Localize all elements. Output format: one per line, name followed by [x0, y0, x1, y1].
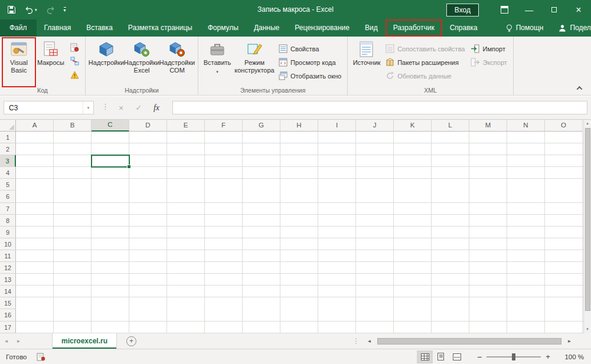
save-button[interactable] [7, 5, 16, 14]
column-header[interactable]: C [92, 120, 129, 132]
undo-button[interactable]: ▾ [25, 6, 37, 14]
ribbon-tab[interactable]: Данные [246, 19, 287, 37]
column-header[interactable]: M [469, 120, 507, 132]
export-button[interactable]: Экспорт [468, 55, 510, 69]
ribbon-tab[interactable]: Вставка [79, 19, 120, 37]
xml-source-button[interactable]: Источник [351, 38, 383, 86]
tab-help-assistant[interactable]: Помощн [498, 19, 551, 37]
row-header[interactable]: 9 [0, 227, 16, 238]
enter-entry-button[interactable]: ✓ [131, 101, 146, 114]
row-header[interactable]: 14 [0, 286, 16, 297]
page-break-view-button[interactable] [449, 350, 465, 363]
zoom-in-button[interactable]: + [543, 352, 553, 361]
customize-qat-button[interactable]: ▾ [64, 7, 66, 13]
normal-view-button[interactable] [417, 350, 433, 363]
formula-bar-splitter[interactable]: ⋮ [102, 102, 109, 111]
collapse-ribbon-button[interactable] [573, 84, 585, 92]
column-header[interactable]: J [356, 120, 394, 132]
ribbon-tab[interactable]: Главная [37, 19, 79, 37]
sheet-nav-right-button[interactable]: ► [12, 333, 25, 349]
ribbon-tab[interactable]: Файл [0, 19, 37, 37]
select-all-corner[interactable] [0, 120, 16, 132]
maximize-button[interactable] [541, 0, 566, 19]
column-header[interactable]: N [507, 120, 545, 132]
row-header[interactable]: 13 [0, 274, 16, 286]
zoom-level[interactable]: 100 % [557, 353, 584, 360]
macro-security-button[interactable] [68, 69, 81, 80]
ribbon-tab[interactable]: Вид [357, 19, 386, 37]
macro-record-indicator-button[interactable] [37, 353, 45, 361]
zoom-thumb[interactable] [512, 353, 515, 360]
properties-button[interactable]: Свойства [276, 42, 344, 55]
column-header[interactable]: O [545, 120, 583, 132]
new-sheet-button[interactable]: + [126, 336, 136, 346]
ribbon-tab[interactable]: Разметка страницы [120, 19, 200, 37]
column-header[interactable]: E [167, 120, 205, 132]
ribbon-tab[interactable]: Рецензирование [287, 19, 357, 37]
sheet-nav-left-button[interactable]: ◄ [0, 333, 12, 349]
scroll-right-icon[interactable]: ► [563, 339, 576, 344]
close-button[interactable]: × [566, 0, 591, 19]
name-box-dropdown-icon[interactable]: ▾ [83, 101, 93, 114]
worksheet-grid[interactable]: ABCDEFGHIJKLMNO 123456789101112131415161… [0, 120, 583, 333]
redo-button[interactable] [46, 6, 55, 14]
row-header[interactable]: 4 [0, 167, 16, 179]
record-macro-button[interactable] [68, 42, 81, 53]
row-header[interactable]: 5 [0, 179, 16, 191]
column-header[interactable]: A [16, 120, 54, 132]
addins-button[interactable]: Надстройки [89, 38, 124, 86]
visual-basic-button[interactable]: Visual Basic [3, 38, 35, 86]
column-header[interactable]: F [205, 120, 243, 132]
row-header[interactable]: 17 [0, 322, 16, 333]
import-button[interactable]: Импорт [468, 42, 510, 55]
row-header[interactable]: 12 [0, 262, 16, 274]
column-header[interactable]: I [318, 120, 356, 132]
column-header[interactable]: D [129, 120, 167, 132]
minimize-button[interactable]: — [517, 0, 541, 19]
refresh-data-button[interactable]: Обновить данные [383, 69, 468, 83]
ribbon-display-options-button[interactable] [492, 0, 517, 19]
tab-developer-active[interactable]: Разработчик [386, 19, 442, 37]
relative-references-button[interactable] [68, 55, 81, 67]
row-header[interactable]: 16 [0, 309, 16, 321]
cancel-entry-button[interactable]: × [113, 101, 129, 114]
formula-input[interactable] [172, 101, 587, 114]
insert-control-button[interactable]: Вставить ▾ [201, 38, 233, 86]
undo-dropdown-icon[interactable]: ▾ [35, 8, 37, 12]
sheet-tab-active[interactable]: microexcel.ru [52, 333, 117, 349]
zoom-slider[interactable] [486, 352, 541, 362]
row-header[interactable]: 8 [0, 215, 16, 227]
excel-addins-button[interactable]: Надстройки Excel [124, 38, 159, 86]
selected-cell-c3[interactable] [91, 155, 130, 168]
horizontal-scroll-thumb[interactable] [377, 338, 561, 345]
row-header[interactable]: 1 [0, 132, 16, 143]
row-header[interactable]: 7 [0, 203, 16, 215]
com-addins-button[interactable]: Надстройки COM [159, 38, 195, 86]
macros-button[interactable]: Макросы [35, 38, 67, 86]
vertical-scroll-thumb[interactable] [585, 128, 590, 311]
scroll-left-icon[interactable]: ◄ [363, 339, 376, 344]
vertical-scrollbar[interactable]: ▲ ▼ [583, 120, 591, 333]
name-box[interactable]: C3 ▾ [4, 101, 94, 114]
ribbon-tab[interactable]: Справка [442, 19, 485, 37]
row-header[interactable]: 6 [0, 191, 16, 202]
share-button[interactable]: Поделиться [551, 19, 591, 37]
column-header[interactable]: H [280, 120, 318, 132]
map-properties-button[interactable]: Сопоставить свойства [383, 42, 468, 55]
row-header[interactable]: 2 [0, 143, 16, 155]
row-header[interactable]: 15 [0, 297, 16, 309]
cells-area[interactable] [16, 132, 583, 333]
column-header[interactable]: G [243, 120, 280, 132]
design-mode-button[interactable]: Режим конструктора [233, 38, 276, 86]
column-header[interactable]: K [394, 120, 432, 132]
page-layout-view-button[interactable] [433, 350, 449, 363]
tab-splitter-icon[interactable]: ⋮ [352, 337, 360, 345]
zoom-out-button[interactable]: − [474, 352, 485, 362]
view-code-button[interactable]: Просмотр кода [276, 55, 344, 69]
row-header[interactable]: 3 [0, 155, 16, 167]
scroll-up-icon[interactable]: ▲ [586, 120, 589, 127]
sign-in-button[interactable]: Вход [446, 4, 479, 17]
ribbon-tab[interactable]: Формулы [200, 19, 246, 37]
show-window-button[interactable]: Отобразить окно [276, 69, 344, 83]
column-header[interactable]: L [432, 120, 469, 132]
